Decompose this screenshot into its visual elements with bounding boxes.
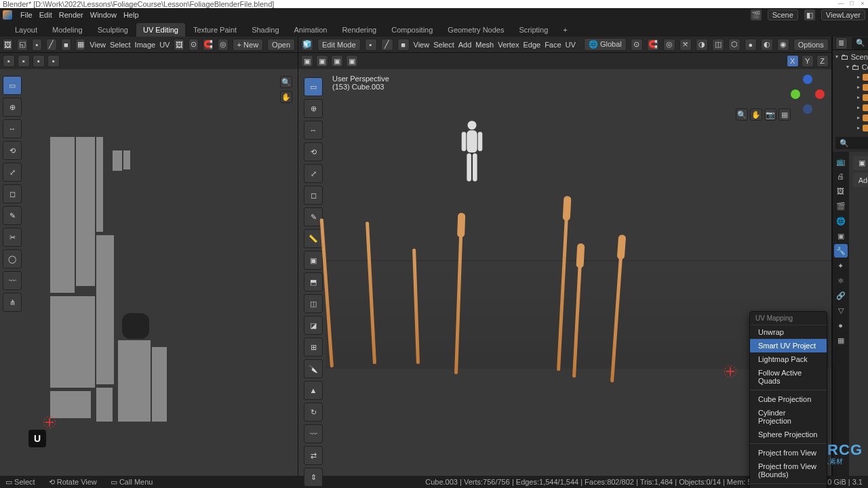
viewport-axis-gizmo[interactable] <box>788 75 826 113</box>
uv-display-channel-3[interactable]: ▪ <box>33 55 45 67</box>
uv-tool-annotate[interactable]: ✎ <box>3 206 22 225</box>
uv-2d-cursor[interactable] <box>43 416 56 428</box>
ptab-texture[interactable]: ▦ <box>834 333 848 347</box>
outliner-item-2[interactable]: ▸BezierCurve.003⎋👁📷 <box>835 92 868 102</box>
tool-transform[interactable]: ◻ <box>304 186 323 205</box>
ptab-output[interactable]: 🖨 <box>834 169 848 183</box>
viewport-camera-button[interactable]: 📷 <box>764 108 776 121</box>
tool-poly-build[interactable]: ▲ <box>304 381 323 400</box>
tool-spin[interactable]: ↻ <box>304 403 323 422</box>
viewport-menu-face[interactable]: Face <box>545 41 561 49</box>
viewport-menu-edge[interactable]: Edge <box>523 41 540 49</box>
tool-loop-cut[interactable]: ⊞ <box>304 338 323 357</box>
ptab-constraints[interactable]: 🔗 <box>834 289 848 302</box>
uv-tool-relax[interactable]: 〰 <box>3 271 22 290</box>
gizmo-toggle[interactable]: ⤧ <box>679 39 692 51</box>
outliner-item-0[interactable]: ▸BezierCurve.001⎋👁📷 <box>835 72 868 82</box>
uv-canvas[interactable] <box>50 137 294 435</box>
outliner-search-bottom[interactable]: 🔍 <box>835 137 868 149</box>
outliner-item-5[interactable]: ▸BezierCurve.007⎋👁📷 <box>835 123 868 133</box>
menu-edit[interactable]: Edit <box>39 11 52 19</box>
menu-help[interactable]: Help <box>123 11 139 19</box>
ctx-lightmap-pack[interactable]: Lightmap Pack <box>750 352 827 366</box>
tool-inset[interactable]: ◫ <box>304 294 323 313</box>
uv-tool-grab[interactable]: ◯ <box>3 249 22 268</box>
mesh-option-2[interactable]: ▣ <box>316 55 328 67</box>
properties-breadcrumb[interactable]: ▣ Cube.003 📌 <box>853 156 868 170</box>
uv-tool-rotate[interactable]: ⟲ <box>3 141 22 160</box>
add-modifier-dropdown[interactable]: Add Modifier ▾ <box>853 173 868 187</box>
uv-menu-view[interactable]: View <box>90 41 106 49</box>
ctx-cube-projection[interactable]: Cube Projection <box>750 392 827 406</box>
viewlayer-selector[interactable]: ViewLayer <box>821 9 865 20</box>
shading-rendered[interactable]: ◉ <box>777 39 789 51</box>
select-mode-face[interactable]: ■ <box>397 39 410 51</box>
viewport-menu-mesh[interactable]: Mesh <box>475 41 494 49</box>
menu-render[interactable]: Render <box>59 11 83 19</box>
uv-sync-toggle[interactable]: ◱ <box>17 39 27 51</box>
ptab-world[interactable]: 🌐 <box>834 214 848 228</box>
tab-layout[interactable]: Layout <box>8 23 44 37</box>
viewport-menu-select[interactable]: Select <box>433 41 454 49</box>
ctx-follow-active-quads[interactable]: Follow Active Quads <box>750 366 827 388</box>
disclosure-icon[interactable]: ▸ <box>857 74 860 80</box>
tool-knife[interactable]: 🔪 <box>304 359 323 378</box>
uv-image-browse[interactable]: 🖼 <box>174 39 184 51</box>
tab-geometry-nodes[interactable]: Geometry Nodes <box>441 23 511 37</box>
mesh-option-3[interactable]: ▣ <box>331 55 343 67</box>
tool-shrink-fatten[interactable]: ⇕ <box>304 468 323 487</box>
uv-tool-move[interactable]: ↔ <box>3 119 22 138</box>
ctx-unwrap[interactable]: Unwrap <box>750 325 827 339</box>
tool-smooth[interactable]: 〰 <box>304 424 323 443</box>
shading-solid[interactable]: ● <box>745 39 757 51</box>
scene-selector[interactable]: Scene <box>768 9 798 20</box>
window-close-button[interactable]: × <box>857 0 868 8</box>
viewport-filter-x[interactable]: X <box>787 55 799 67</box>
tab-compositing[interactable]: Compositing <box>384 23 439 37</box>
shading-wireframe[interactable]: ⬡ <box>728 39 741 51</box>
outliner-editor-type-dropdown[interactable]: ≣ <box>835 37 848 49</box>
ptab-particles[interactable]: ✦ <box>834 259 848 272</box>
window-minimize-button[interactable]: — <box>835 0 846 8</box>
uv-tool-select-box[interactable]: ▭ <box>3 76 22 95</box>
uv-select-mode-vertex[interactable]: ▪ <box>32 39 42 51</box>
select-mode-edge[interactable]: ╱ <box>381 39 393 51</box>
uv-select-mode-island[interactable]: ▦ <box>75 39 85 51</box>
tab-animation[interactable]: Animation <box>288 23 334 37</box>
uv-menu-uv[interactable]: UV <box>159 41 170 49</box>
disclosure-icon[interactable]: ▾ <box>835 54 838 60</box>
ptab-render[interactable]: 📺 <box>834 155 848 168</box>
ctx-sphere-projection[interactable]: Sphere Projection <box>750 428 827 441</box>
window-maximize-button[interactable]: □ <box>846 0 857 8</box>
viewport-zoom-button[interactable]: 🔍 <box>736 108 748 121</box>
orientation-dropdown[interactable]: 🌐 Global <box>584 38 627 51</box>
outliner-item-4[interactable]: ▸BezierCurve.005⎋👁📷 <box>835 113 868 123</box>
viewport-options-button[interactable]: Options <box>793 39 829 51</box>
tab-add-workspace[interactable]: + <box>556 23 574 37</box>
tab-rendering[interactable]: Rendering <box>335 23 383 37</box>
tab-uv-editing[interactable]: UV Editing <box>136 23 185 37</box>
select-mode-vertex[interactable]: ▪ <box>365 39 377 51</box>
shading-material[interactable]: ◐ <box>761 39 773 51</box>
tool-bevel[interactable]: ◪ <box>304 316 323 335</box>
disclosure-icon[interactable]: ▸ <box>857 104 860 110</box>
disclosure-icon[interactable]: ▸ <box>857 94 860 100</box>
viewport-menu-view[interactable]: View <box>414 41 430 49</box>
blender-logo-icon[interactable] <box>3 10 12 20</box>
ptab-material[interactable]: ● <box>834 319 848 332</box>
tool-extrude[interactable]: ⬒ <box>304 272 323 291</box>
ptab-modifiers[interactable]: 🔧 <box>834 244 848 258</box>
tab-scripting[interactable]: Scripting <box>512 23 555 37</box>
viewport-menu-uv[interactable]: UV <box>566 41 576 49</box>
uv-display-channel-1[interactable]: ▪ <box>3 55 15 67</box>
uv-pivot-dropdown[interactable]: ⊙ <box>189 39 199 51</box>
disclosure-icon[interactable]: ▾ <box>846 64 849 70</box>
viewport-filter-y[interactable]: Y <box>802 55 814 67</box>
uv-menu-image[interactable]: Image <box>135 41 156 49</box>
viewport-3d-cursor[interactable] <box>724 365 736 378</box>
uv-select-mode-face[interactable]: ■ <box>61 39 71 51</box>
ctx-cylinder-projection[interactable]: Cylinder Projection <box>750 406 827 428</box>
ctx-project-from-view[interactable]: Project from View <box>750 446 827 460</box>
scene-icon[interactable]: 🎬 <box>750 9 762 21</box>
tool-measure[interactable]: 📏 <box>304 229 323 248</box>
